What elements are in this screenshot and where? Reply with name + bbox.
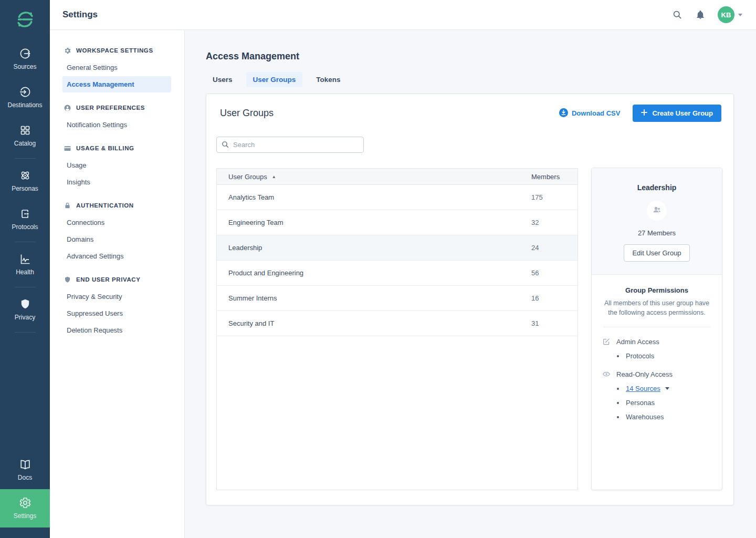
sidebar-item-catalog[interactable]: Catalog: [0, 117, 50, 155]
avatar[interactable]: KB: [718, 6, 734, 23]
user-menu[interactable]: KB: [718, 6, 742, 23]
personas-icon: [19, 169, 32, 182]
section-title: USAGE & BILLING: [76, 145, 134, 151]
section-title: AUTHENTICATION: [76, 202, 134, 209]
sidebar-item-health[interactable]: Health: [0, 245, 50, 284]
group-name: Analytics Team: [217, 193, 531, 201]
bullet-icon: [617, 416, 619, 418]
section-title: END USER PRIVACY: [76, 276, 141, 283]
bullet-icon: [617, 388, 619, 390]
divider: [15, 158, 36, 159]
table-row-selected[interactable]: Leadership 24: [217, 235, 578, 261]
chevron-down-icon: [738, 14, 742, 16]
table-row[interactable]: Security and IT 31: [217, 311, 578, 336]
sidebar-item-advanced-settings[interactable]: Advanced Settings: [50, 248, 184, 264]
sidebar-item-destinations[interactable]: Destinations: [0, 78, 50, 117]
member-count-label: 27 Members: [600, 229, 713, 237]
sidebar-item-protocols[interactable]: Protocols: [0, 200, 50, 239]
sources-count-link[interactable]: 14 Sources: [626, 385, 660, 392]
sidebar-item-docs[interactable]: Docs: [0, 451, 50, 489]
permissions-description: All members of this user group have the …: [602, 298, 711, 317]
create-user-group-button[interactable]: Create User Group: [633, 105, 721, 122]
sidebar-item-general-settings[interactable]: General Settings: [50, 59, 184, 76]
sidebar-item-label: Destinations: [7, 101, 42, 109]
member-count: 32: [531, 219, 578, 226]
column-header-user-groups[interactable]: User Groups ▲: [217, 173, 531, 181]
gear-icon: [64, 47, 71, 55]
column-header-members[interactable]: Members: [531, 173, 578, 181]
divider: [603, 327, 710, 327]
app-sidebar: Sources Destinations Catalog Personas Pr…: [0, 0, 50, 538]
page-header-title: Settings: [62, 9, 98, 20]
section-header: END USER PRIVACY: [50, 271, 184, 288]
group-title: Leadership: [600, 183, 713, 192]
sidebar-item-privacy[interactable]: Privacy: [0, 291, 50, 329]
section-header: AUTHENTICATION: [50, 197, 184, 214]
sidebar-item-access-management[interactable]: Access Management: [62, 76, 171, 92]
member-count: 175: [531, 193, 578, 201]
shield-icon: [64, 276, 71, 284]
health-icon: [19, 253, 32, 265]
section-header: WORKSPACE SETTINGS: [50, 42, 184, 59]
sidebar-item-privacy-security[interactable]: Privacy & Security: [50, 288, 184, 305]
tab-tokens[interactable]: Tokens: [309, 72, 347, 87]
divider: [15, 287, 36, 287]
notifications-bell-icon[interactable]: [695, 9, 706, 20]
edit-icon: [602, 337, 611, 346]
sidebar-item-usage[interactable]: Usage: [50, 157, 184, 173]
nav-section-workspace-settings: WORKSPACE SETTINGS General Settings Acce…: [50, 42, 184, 92]
section-title: WORKSPACE SETTINGS: [76, 47, 153, 54]
tab-user-groups[interactable]: User Groups: [246, 72, 303, 87]
edit-user-group-button[interactable]: Edit User Group: [624, 244, 689, 262]
group-name: Summer Interns: [217, 294, 531, 302]
user-groups-table: User Groups ▲ Members Analytics Team 175…: [216, 168, 578, 490]
plus-icon: [641, 109, 647, 117]
eye-icon: [602, 370, 611, 378]
divider: [15, 332, 36, 333]
admin-access-list: Protocols: [617, 352, 711, 360]
section-title: USER PREFERENCES: [76, 105, 145, 111]
sources-icon: [19, 47, 32, 60]
credit-card-icon: [64, 144, 71, 152]
sidebar-item-settings[interactable]: Settings: [0, 489, 50, 527]
chevron-down-icon[interactable]: [665, 387, 669, 390]
sidebar-item-notification-settings[interactable]: Notification Settings: [50, 117, 184, 133]
sidebar-item-connections[interactable]: Connections: [50, 214, 184, 231]
catalog-icon: [19, 124, 32, 137]
sidebar-item-suppressed-users[interactable]: Suppressed Users: [50, 305, 184, 322]
sidebar-item-sources[interactable]: Sources: [0, 40, 50, 78]
list-item: Warehouses: [617, 413, 711, 421]
list-item: 14 Sources: [617, 385, 711, 392]
group-name: Leadership: [217, 244, 531, 252]
tab-bar: Users User Groups Tokens: [206, 72, 734, 87]
sort-ascending-icon: ▲: [272, 174, 276, 179]
search-input[interactable]: [216, 137, 364, 153]
group-name: Engineering Team: [217, 219, 531, 226]
member-count: 16: [531, 294, 578, 302]
search-icon[interactable]: [671, 9, 683, 20]
table-row[interactable]: Product and Engineering 56: [217, 261, 578, 286]
access-group-label: Read-Only Access: [616, 370, 673, 378]
tab-users[interactable]: Users: [206, 72, 239, 87]
download-icon: [559, 108, 568, 119]
member-count: 56: [531, 269, 578, 277]
table-row[interactable]: Engineering Team 32: [217, 210, 578, 235]
read-only-access-list: 14 Sources Personas Warehouses: [617, 385, 711, 421]
user-icon: [64, 104, 71, 112]
sidebar-item-domains[interactable]: Domains: [50, 231, 184, 247]
nav-section-end-user-privacy: END USER PRIVACY Privacy & Security Supp…: [50, 271, 184, 338]
divider: [15, 242, 36, 242]
sidebar-item-deletion-requests[interactable]: Deletion Requests: [50, 322, 184, 338]
card-title: User Groups: [220, 108, 274, 119]
download-csv-button[interactable]: Download CSV: [559, 108, 620, 119]
table-row[interactable]: Summer Interns 16: [217, 286, 578, 311]
segment-logo-icon[interactable]: [14, 8, 36, 30]
table-header: User Groups ▲ Members: [217, 169, 578, 185]
table-row[interactable]: Analytics Team 175: [217, 185, 578, 210]
sidebar-item-insights[interactable]: Insights: [50, 174, 184, 190]
list-item: Personas: [617, 399, 711, 407]
sidebar-item-personas[interactable]: Personas: [0, 162, 50, 200]
sidebar-item-label: Privacy: [15, 314, 35, 321]
privacy-icon: [19, 298, 32, 311]
sidebar-item-label: Health: [16, 268, 34, 276]
